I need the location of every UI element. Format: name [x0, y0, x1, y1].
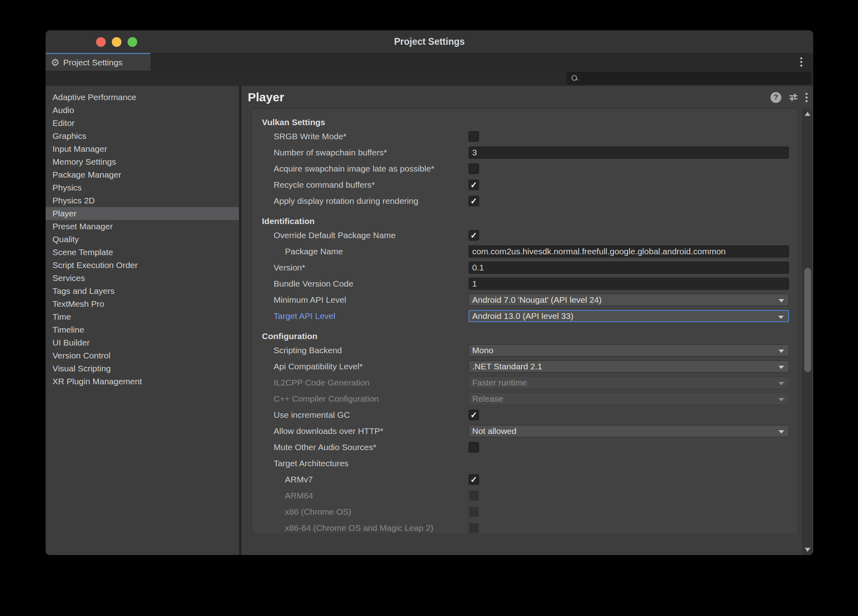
dropdown[interactable]: Mono	[469, 344, 789, 356]
context-menu-kebab-icon[interactable]	[806, 93, 808, 102]
sidebar-item-xr-plugin-management[interactable]: XR Plugin Management	[46, 375, 239, 388]
sidebar-item-physics[interactable]: Physics	[46, 181, 239, 194]
checkbox-unchecked[interactable]	[469, 131, 479, 142]
row-control: Android 13.0 (API level 33)	[469, 310, 789, 322]
section-header: Configuration	[262, 330, 798, 342]
sidebar-item-package-manager[interactable]: Package Manager	[46, 168, 239, 181]
checkbox-checked[interactable]	[469, 474, 479, 485]
settings-row: ARM64	[252, 490, 798, 502]
row-control: com.com2us.hivesdk.normal.freefull.googl…	[469, 245, 789, 258]
row-control: 1	[469, 278, 789, 290]
text-field[interactable]: 1	[469, 278, 789, 290]
dropdown[interactable]: .NET Standard 2.1	[469, 360, 789, 373]
sidebar-item-preset-manager[interactable]: Preset Manager	[46, 220, 239, 233]
row-label: ARM64	[285, 491, 313, 501]
gear-icon: ⚙	[51, 58, 60, 67]
sidebar-item-input-manager[interactable]: Input Manager	[46, 142, 239, 155]
sidebar-item-physics-2d[interactable]: Physics 2D	[46, 194, 239, 207]
checkbox-unchecked	[469, 507, 479, 517]
checkbox-unchecked	[469, 523, 479, 533]
sidebar-item-graphics[interactable]: Graphics	[46, 130, 239, 142]
row-label: SRGB Write Mode*	[274, 132, 347, 141]
row-control	[469, 195, 479, 207]
checkbox-checked[interactable]	[469, 196, 479, 206]
settings-row: Target API LevelAndroid 13.0 (API level …	[252, 310, 798, 322]
settings-row: x86-64 (Chrome OS and Magic Leap 2)	[252, 522, 798, 533]
text-field[interactable]: 3	[469, 147, 789, 159]
sidebar-item-timeline[interactable]: Timeline	[46, 323, 239, 336]
sidebar-item-scene-template[interactable]: Scene Template	[46, 246, 239, 259]
body-row: Adaptive PerformanceAudioEditorGraphicsI…	[46, 86, 813, 555]
scroll-up-icon[interactable]	[805, 112, 810, 116]
scroll-down-icon[interactable]	[805, 548, 810, 552]
row-label: x86 (Chrome OS)	[285, 507, 352, 517]
sidebar-divider[interactable]	[239, 86, 242, 555]
sidebar-item-audio[interactable]: Audio	[46, 104, 239, 117]
settings-row: Version*0.1	[252, 262, 798, 274]
text-field[interactable]: 0.1	[469, 262, 789, 274]
sidebar-item-editor[interactable]: Editor	[46, 117, 239, 130]
sidebar-item-visual-scripting[interactable]: Visual Scripting	[46, 362, 239, 375]
section-header: Identification	[262, 215, 798, 227]
settings-row: Scripting BackendMono	[252, 344, 798, 356]
settings-row: Allow downloads over HTTP*Not allowed	[252, 425, 798, 437]
chevron-down-icon	[778, 366, 784, 369]
sidebar-item-script-execution-order[interactable]: Script Execution Order	[46, 259, 239, 272]
sidebar-item-ui-builder[interactable]: UI Builder	[46, 336, 239, 349]
dropdown: Faster runtime	[469, 377, 789, 389]
sidebar-item-services[interactable]: Services	[46, 272, 239, 285]
preset-sliders-icon[interactable]	[788, 92, 799, 103]
checkbox-unchecked[interactable]	[469, 442, 479, 453]
row-label: Target API Level	[274, 311, 335, 321]
dropdown: Release	[469, 393, 789, 405]
row-label: Use incremental GC	[274, 410, 350, 420]
dropdown[interactable]: Android 13.0 (API level 33)	[469, 310, 789, 322]
window-menu-kebab-icon[interactable]	[800, 57, 802, 67]
row-label: Minimum API Level	[274, 295, 346, 305]
row-control	[469, 179, 479, 191]
text-field[interactable]: com.com2us.hivesdk.normal.freefull.googl…	[469, 245, 789, 258]
help-icon[interactable]: ?	[770, 92, 781, 103]
tab-project-settings[interactable]: ⚙ Project Settings	[46, 53, 151, 71]
search-input[interactable]	[581, 73, 811, 83]
sidebar-item-player[interactable]: Player	[46, 207, 239, 220]
sidebar-item-adaptive-performance[interactable]: Adaptive Performance	[46, 91, 239, 104]
row-control	[469, 130, 479, 142]
chevron-down-icon	[778, 382, 784, 385]
settings-row: C++ Compiler ConfigurationRelease	[252, 393, 798, 405]
project-settings-window: Project Settings ⚙ Project Settings Adap…	[46, 30, 813, 555]
settings-category-list: Adaptive PerformanceAudioEditorGraphicsI…	[46, 86, 239, 555]
settings-row: Target Architectures	[252, 457, 798, 469]
sidebar-item-memory-settings[interactable]: Memory Settings	[46, 155, 239, 168]
row-label: Override Default Package Name	[274, 230, 396, 240]
dropdown-value: .NET Standard 2.1	[472, 362, 542, 371]
settings-row: ARMv7	[252, 474, 798, 486]
checkbox-unchecked[interactable]	[469, 163, 479, 174]
row-control	[469, 229, 479, 241]
search-field[interactable]	[567, 72, 811, 84]
vertical-scrollbar[interactable]	[802, 109, 812, 555]
row-label: Allow downloads over HTTP*	[274, 426, 383, 436]
row-label: Apply display rotation during rendering	[274, 196, 418, 206]
checkbox-checked[interactable]	[469, 230, 479, 241]
row-control	[469, 441, 479, 453]
dropdown[interactable]: Not allowed	[469, 425, 789, 437]
settings-row: Package Namecom.com2us.hivesdk.normal.fr…	[252, 245, 798, 258]
sidebar-item-quality[interactable]: Quality	[46, 233, 239, 246]
row-label: C++ Compiler Configuration	[274, 394, 379, 404]
row-label: ARMv7	[285, 475, 313, 484]
sidebar-item-textmesh-pro[interactable]: TextMesh Pro	[46, 298, 239, 310]
sidebar-item-version-control[interactable]: Version Control	[46, 349, 239, 362]
row-control	[469, 163, 479, 175]
checkbox-checked[interactable]	[469, 180, 479, 190]
settings-row: Minimum API LevelAndroid 7.0 'Nougat' (A…	[252, 294, 798, 306]
settings-row: Acquire swapchain image late as possible…	[252, 163, 798, 175]
sidebar-item-tags-and-layers[interactable]: Tags and Layers	[46, 285, 239, 298]
dropdown-value: Faster runtime	[472, 378, 527, 388]
dropdown[interactable]: Android 7.0 'Nougat' (API level 24)	[469, 294, 789, 306]
row-control: .NET Standard 2.1	[469, 360, 789, 373]
checkbox-checked[interactable]	[469, 410, 479, 420]
scrollbar-thumb[interactable]	[804, 268, 811, 372]
titlebar: Project Settings	[46, 30, 813, 53]
sidebar-item-time[interactable]: Time	[46, 310, 239, 323]
